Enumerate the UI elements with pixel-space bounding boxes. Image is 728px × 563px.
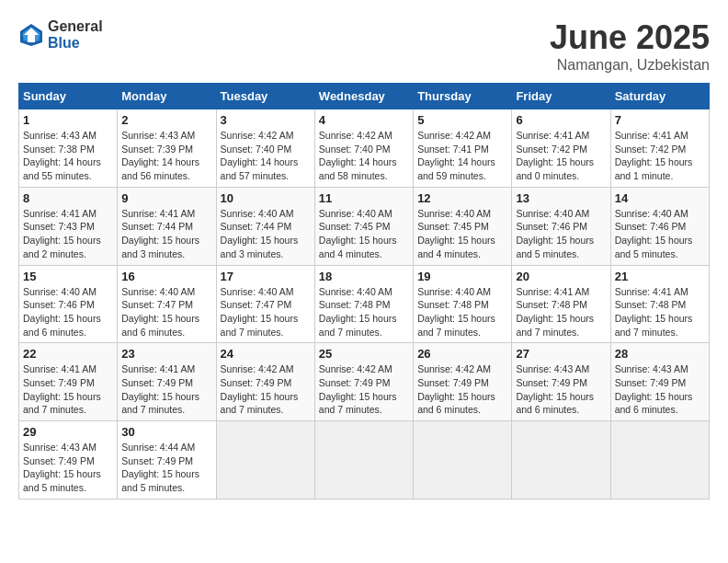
day-info: Sunrise: 4:42 AMSunset: 7:40 PMDaylight:… [221,129,311,183]
calendar-week-1: 1Sunrise: 4:43 AMSunset: 7:38 PMDaylight… [19,109,710,188]
day-info: Sunrise: 4:42 AMSunset: 7:40 PMDaylight:… [319,129,409,183]
page-header: General Blue June 2025 Namangan, Uzbekis… [18,18,710,74]
day-info: Sunrise: 4:41 AMSunset: 7:49 PMDaylight:… [121,362,211,417]
day-number: 4 [319,113,409,127]
calendar-week-5: 29Sunrise: 4:43 AMSunset: 7:49 PMDayligh… [19,421,710,500]
table-row: 9Sunrise: 4:41 AMSunset: 7:44 PMDaylight… [118,187,216,265]
table-row [216,421,314,500]
day-number: 20 [516,270,606,283]
table-row: 22Sunrise: 4:41 AMSunset: 7:49 PMDayligh… [19,343,118,421]
calendar-week-2: 8Sunrise: 4:41 AMSunset: 7:43 PMDaylight… [19,187,710,265]
day-info: Sunrise: 4:41 AMSunset: 7:48 PMDaylight:… [516,285,606,339]
day-number: 9 [121,191,211,205]
day-number: 15 [23,270,113,283]
day-number: 13 [516,191,606,205]
header-monday: Monday [118,84,216,109]
day-info: Sunrise: 4:40 AMSunset: 7:44 PMDaylight:… [221,207,311,261]
day-number: 27 [516,347,606,361]
calendar-week-4: 22Sunrise: 4:41 AMSunset: 7:49 PMDayligh… [19,343,710,421]
day-number: 28 [615,347,705,361]
day-number: 17 [221,270,311,283]
day-info: Sunrise: 4:42 AMSunset: 7:49 PMDaylight:… [221,362,311,417]
day-number: 11 [319,191,409,205]
day-info: Sunrise: 4:40 AMSunset: 7:46 PMDaylight:… [516,207,606,261]
title-area: June 2025 Namangan, Uzbekistan [550,18,710,74]
logo-blue: Blue [48,35,80,51]
day-info: Sunrise: 4:43 AMSunset: 7:49 PMDaylight:… [615,362,705,417]
day-number: 8 [23,191,113,205]
location-title: Namangan, Uzbekistan [550,57,710,74]
day-info: Sunrise: 4:40 AMSunset: 7:48 PMDaylight:… [319,285,409,339]
day-number: 30 [121,425,211,439]
table-row: 7Sunrise: 4:41 AMSunset: 7:42 PMDaylight… [610,109,709,188]
table-row [414,421,512,500]
day-number: 24 [221,347,311,361]
table-row: 16Sunrise: 4:40 AMSunset: 7:47 PMDayligh… [118,265,216,343]
header-thursday: Thursday [414,84,512,109]
day-info: Sunrise: 4:41 AMSunset: 7:48 PMDaylight:… [615,285,705,339]
day-number: 3 [221,113,311,127]
day-number: 26 [417,347,507,361]
table-row [512,421,610,500]
month-title: June 2025 [550,18,710,57]
table-row: 12Sunrise: 4:40 AMSunset: 7:45 PMDayligh… [414,187,512,265]
table-row: 28Sunrise: 4:43 AMSunset: 7:49 PMDayligh… [610,343,709,421]
table-row [314,421,413,500]
day-info: Sunrise: 4:41 AMSunset: 7:42 PMDaylight:… [516,129,606,183]
day-number: 21 [615,270,705,283]
day-number: 23 [121,347,211,361]
header-sunday: Sunday [19,84,118,109]
table-row: 19Sunrise: 4:40 AMSunset: 7:48 PMDayligh… [414,265,512,343]
logo-general: General [48,18,103,34]
day-number: 10 [221,191,311,205]
day-info: Sunrise: 4:42 AMSunset: 7:41 PMDaylight:… [417,129,507,183]
day-number: 1 [23,113,113,127]
day-number: 18 [319,270,409,283]
day-info: Sunrise: 4:42 AMSunset: 7:49 PMDaylight:… [319,362,409,417]
day-info: Sunrise: 4:42 AMSunset: 7:49 PMDaylight:… [417,362,507,417]
table-row: 4Sunrise: 4:42 AMSunset: 7:40 PMDaylight… [314,109,413,188]
day-info: Sunrise: 4:40 AMSunset: 7:47 PMDaylight:… [221,285,311,339]
table-row: 11Sunrise: 4:40 AMSunset: 7:45 PMDayligh… [314,187,413,265]
table-row: 3Sunrise: 4:42 AMSunset: 7:40 PMDaylight… [216,109,314,188]
day-number: 14 [615,191,705,205]
table-row: 2Sunrise: 4:43 AMSunset: 7:39 PMDaylight… [118,109,216,188]
day-number: 6 [516,113,606,127]
day-number: 5 [417,113,507,127]
day-info: Sunrise: 4:43 AMSunset: 7:39 PMDaylight:… [121,129,211,183]
day-number: 16 [121,270,211,283]
day-number: 19 [417,270,507,283]
day-number: 25 [319,347,409,361]
logo-icon [18,22,44,48]
day-number: 22 [23,347,113,361]
day-info: Sunrise: 4:40 AMSunset: 7:47 PMDaylight:… [121,285,211,339]
table-row: 10Sunrise: 4:40 AMSunset: 7:44 PMDayligh… [216,187,314,265]
table-row: 6Sunrise: 4:41 AMSunset: 7:42 PMDaylight… [512,109,610,188]
day-number: 2 [121,113,211,127]
header-saturday: Saturday [610,84,709,109]
table-row: 26Sunrise: 4:42 AMSunset: 7:49 PMDayligh… [414,343,512,421]
table-row: 8Sunrise: 4:41 AMSunset: 7:43 PMDaylight… [19,187,118,265]
day-info: Sunrise: 4:41 AMSunset: 7:42 PMDaylight:… [615,129,705,183]
table-row: 24Sunrise: 4:42 AMSunset: 7:49 PMDayligh… [216,343,314,421]
day-number: 7 [615,113,705,127]
table-row: 1Sunrise: 4:43 AMSunset: 7:38 PMDaylight… [19,109,118,188]
table-row: 25Sunrise: 4:42 AMSunset: 7:49 PMDayligh… [314,343,413,421]
table-row: 15Sunrise: 4:40 AMSunset: 7:46 PMDayligh… [19,265,118,343]
table-row: 27Sunrise: 4:43 AMSunset: 7:49 PMDayligh… [512,343,610,421]
day-info: Sunrise: 4:44 AMSunset: 7:49 PMDaylight:… [121,441,211,495]
calendar-week-3: 15Sunrise: 4:40 AMSunset: 7:46 PMDayligh… [19,265,710,343]
header-row: Sunday Monday Tuesday Wednesday Thursday… [19,84,710,109]
day-number: 29 [23,425,113,439]
day-info: Sunrise: 4:41 AMSunset: 7:44 PMDaylight:… [121,207,211,261]
day-info: Sunrise: 4:43 AMSunset: 7:38 PMDaylight:… [23,129,113,183]
day-info: Sunrise: 4:41 AMSunset: 7:43 PMDaylight:… [23,207,113,261]
day-info: Sunrise: 4:40 AMSunset: 7:45 PMDaylight:… [417,207,507,261]
day-info: Sunrise: 4:43 AMSunset: 7:49 PMDaylight:… [516,362,606,417]
calendar-table: Sunday Monday Tuesday Wednesday Thursday… [18,83,710,500]
table-row: 17Sunrise: 4:40 AMSunset: 7:47 PMDayligh… [216,265,314,343]
table-row: 30Sunrise: 4:44 AMSunset: 7:49 PMDayligh… [118,421,216,500]
table-row [610,421,709,500]
table-row: 20Sunrise: 4:41 AMSunset: 7:48 PMDayligh… [512,265,610,343]
day-info: Sunrise: 4:40 AMSunset: 7:48 PMDaylight:… [417,285,507,339]
